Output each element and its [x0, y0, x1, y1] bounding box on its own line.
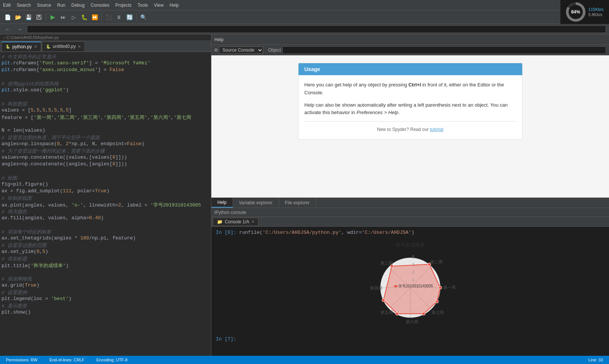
svg-point-14 — [439, 286, 442, 289]
menu-search[interactable]: Search — [17, 3, 31, 8]
tab-python-close[interactable]: ✕ — [34, 45, 37, 49]
code-line: angles=np.linspace(0, 2*np.pi, N, endpoi… — [0, 141, 211, 148]
ipython-label: IPython console — [214, 210, 246, 215]
svg-text:第四周: 第四周 — [370, 286, 382, 290]
code-line: # 为了使雷达图一圈封闭起来，需要下面的步骤 — [0, 148, 211, 155]
code-line: values=np.concatenate((values,[values[0]… — [0, 155, 211, 161]
find-button[interactable]: 🔍 — [139, 13, 148, 22]
menu-tools[interactable]: Tools — [138, 3, 148, 8]
ipython-bar: IPython console — [211, 208, 609, 217]
svg-point-19 — [422, 312, 425, 315]
menu-edit[interactable]: Edit — [3, 3, 11, 8]
back-button[interactable]: ← — [3, 25, 12, 34]
console-run-line: In [6]: runfile('C:/Users/AHDJSA/python.… — [216, 230, 605, 235]
code-line: feature = ['第一周','第二周','第三周','第四周','第五周'… — [0, 114, 211, 121]
save-button[interactable]: 💾 — [24, 13, 33, 22]
menu-view[interactable]: View — [154, 3, 164, 8]
console-output[interactable]: In [6]: runfile('C:/Users/AHDJSA/python.… — [211, 227, 609, 364]
step-button[interactable]: ⏩ — [90, 13, 99, 22]
ctrl-i-kbd: Ctrl+I — [408, 82, 421, 88]
editor-tab-bar: 🐍 python.py ✕ 🐍 untitled0.py ✕ — [0, 41, 211, 52]
source-console-dropdown[interactable]: Source Console IPython Console — [219, 46, 263, 54]
code-line: ax = fig.add_subplot(111, polar=True) — [0, 188, 211, 195]
toolbar-sep-2 — [101, 13, 102, 21]
variable-explorer-tab-label: Variable explorer — [239, 200, 273, 205]
menu-help[interactable]: Help — [169, 3, 179, 8]
svg-text:学号2019310143005: 学号2019310143005 — [398, 284, 433, 288]
code-editor[interactable]: # 中文和负号的正常显示 plt.rcParams['font.sans-ser… — [0, 52, 211, 360]
code-line: plt.rcParams['axes.unicode_minus'] = Fal… — [0, 67, 211, 74]
code-line: values = [5,5,5,5,5,5,5] — [0, 107, 211, 114]
chart-title: 羚羊的成绩单 — [396, 242, 425, 248]
svg-text:第七周: 第七周 — [431, 310, 444, 315]
code-line: # 设置雷达图的角度，用于平分切开一个圆面 — [0, 134, 211, 141]
in-6-prompt: In [6]: — [216, 230, 239, 235]
status-bar: Permissions: RW End-of-lines: CRLF Encod… — [0, 356, 609, 364]
code-line: plt.show() — [0, 309, 211, 316]
tab-file-explorer[interactable]: File explorer — [279, 198, 316, 208]
svg-text:第二周: 第二周 — [430, 260, 443, 264]
code-line: # 显示图形 — [0, 303, 211, 309]
code-line: ax.plot(angles, values, 'o-', linewidth=… — [0, 202, 211, 208]
tab-help[interactable]: Help — [211, 198, 233, 208]
menu-bar: Edit Search Source Run Debug Consoles Pr… — [0, 0, 609, 10]
menu-consoles[interactable]: Consoles — [91, 3, 109, 8]
save-all-button[interactable] — [34, 13, 43, 22]
cpu-percent: 84% — [569, 5, 583, 19]
code-line: # 构造数据 — [0, 101, 211, 107]
file-explorer-tab-label: File explorer — [285, 200, 310, 205]
restart-button[interactable]: 🔄 — [125, 13, 134, 22]
menu-projects[interactable]: Projects — [115, 3, 131, 8]
stop-button[interactable]: ⬛ — [104, 13, 113, 22]
console-tab-close[interactable]: ✕ — [251, 220, 254, 224]
usage-footer: New to Spyder? Read our tutorial — [304, 126, 516, 133]
svg-text:3: 3 — [412, 263, 414, 267]
untitled-file-icon: 🐍 — [46, 45, 51, 49]
code-line: ax.fill(angles, values, alpha=0.40) — [0, 215, 211, 222]
tab-untitled0-py[interactable]: 🐍 untitled0.py ✕ — [42, 42, 85, 51]
console-gear-icon[interactable]: ⚙ — [214, 47, 217, 53]
run-button[interactable]: ▶ — [48, 13, 57, 22]
console-1a-tab[interactable]: 📁 Console 1/A ✕ — [213, 218, 258, 226]
network-speeds: 115Kb/s 5.8Kb/s — [588, 7, 603, 17]
run-selection-button[interactable]: ▷ — [69, 13, 78, 22]
tutorial-link[interactable]: tutorial — [430, 127, 443, 132]
preferences-link: Preferences > Help — [356, 110, 398, 115]
toolbar: 📄 📂 💾 ▶ ⏭ ▷ 🐛 ⏩ ⬛ ⏸ 🔄 🔍 ⚙ — [0, 10, 609, 24]
code-line: ax.set_thetagrids(angles * 180/np.pi, fe… — [0, 235, 211, 242]
code-line — [0, 74, 211, 80]
svg-rect-2 — [37, 18, 40, 19]
code-line: angles=np.concatenate((angles,[angles[0]… — [0, 161, 211, 168]
code-line-highlighted: ax.set_ylim(0,5) — [0, 249, 211, 256]
console-header: ⚙ Source Console IPython Console Object — [211, 45, 609, 55]
debug-button[interactable]: 🐛 — [80, 13, 89, 22]
path-input[interactable]: C:\Users\AHDJSA — [27, 25, 606, 33]
tab-untitled0-close[interactable]: ✕ — [78, 45, 81, 49]
path-bar: ← → C:\Users\AHDJSA — [0, 24, 609, 34]
console-tab-bar: 📁 Console 1/A ✕ — [211, 217, 609, 227]
tab-variable-explorer[interactable]: Variable explorer — [233, 198, 279, 208]
performance-indicator: 84% 115Kb/s 5.8Kb/s — [560, 0, 609, 24]
usage-divider — [304, 121, 516, 122]
usage-box: Usage Here you can get help of any objec… — [298, 63, 523, 140]
menu-run[interactable]: Run — [57, 3, 65, 8]
forward-button[interactable]: → — [15, 25, 24, 34]
interrupt-button[interactable]: ⏸ — [114, 13, 123, 22]
cpu-circle: 84% — [566, 2, 585, 22]
in-7-prompt-line: In [7]: — [216, 336, 605, 342]
new-file-button[interactable]: 📄 — [3, 13, 12, 22]
usage-title: Usage — [299, 63, 522, 75]
run-cell-button[interactable]: ⏭ — [59, 13, 68, 22]
tab-python-py[interactable]: 🐍 python.py ✕ — [1, 42, 41, 51]
line-endings-status: End-of-lines: CRLF — [49, 358, 85, 362]
object-input[interactable] — [282, 46, 606, 54]
code-line: # 绘制折线图 — [0, 195, 211, 202]
svg-text:第六周: 第六周 — [406, 319, 418, 324]
help-label: Help — [214, 37, 224, 42]
usage-body: Here you can get help of any object by p… — [299, 75, 522, 139]
encoding-status: Encoding: UTF-8 — [97, 358, 128, 362]
menu-debug[interactable]: Debug — [71, 3, 85, 8]
open-file-button[interactable]: 📂 — [13, 13, 22, 22]
menu-source[interactable]: Source — [37, 3, 51, 8]
help-content: Usage Here you can get help of any objec… — [211, 55, 609, 198]
